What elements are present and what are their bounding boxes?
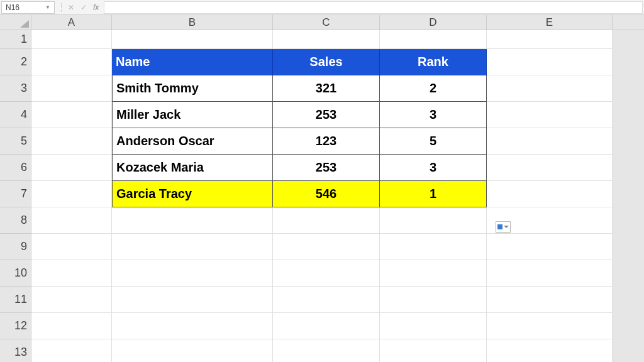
row-header-6[interactable]: 6 <box>0 155 31 181</box>
dropdown-icon[interactable]: ▼ <box>45 4 50 10</box>
cell-C9[interactable] <box>273 234 380 260</box>
cell-E3[interactable] <box>487 75 613 102</box>
table-header-rank[interactable]: Rank <box>380 49 487 75</box>
table-row[interactable]: Smith Tommy <box>112 75 273 102</box>
formula-bar: N16 ▼ ✕ ✓ fx <box>0 0 644 15</box>
cell-B10[interactable] <box>112 260 273 287</box>
name-box[interactable]: N16 ▼ <box>1 1 55 14</box>
col-header-C[interactable]: C <box>273 15 380 30</box>
cell-C13[interactable] <box>273 339 380 362</box>
col-header-B[interactable]: B <box>112 15 273 30</box>
cell-E9[interactable] <box>487 234 613 260</box>
cell-A11[interactable] <box>31 287 112 313</box>
cell-A2[interactable] <box>31 49 112 75</box>
col-header-E[interactable]: E <box>487 15 613 30</box>
table-header-sales[interactable]: Sales <box>273 49 380 75</box>
cell-B8[interactable] <box>112 207 273 234</box>
formula-bar-buttons: ✕ ✓ fx <box>56 3 104 12</box>
column-headers: A B C D E <box>0 15 644 30</box>
cell-B1[interactable] <box>112 30 273 49</box>
cell-E2[interactable] <box>487 49 613 75</box>
cell-E11[interactable] <box>487 287 613 313</box>
table-row[interactable]: 3 <box>380 102 487 128</box>
table-row[interactable]: Anderson Oscar <box>112 128 273 155</box>
cell-B11[interactable] <box>112 287 273 313</box>
cell-E6[interactable] <box>487 155 613 181</box>
row-header-1[interactable]: 1 <box>0 30 31 49</box>
row-header-7[interactable]: 7 <box>0 181 31 207</box>
cell-D12[interactable] <box>380 313 487 339</box>
row-header-9[interactable]: 9 <box>0 234 31 260</box>
table-row[interactable]: 321 <box>273 75 380 102</box>
table-row[interactable]: Kozacek Maria <box>112 155 273 181</box>
cell-A6[interactable] <box>31 155 112 181</box>
cell-A12[interactable] <box>31 313 112 339</box>
cell-E1[interactable] <box>487 30 613 49</box>
cell-A8[interactable] <box>31 207 112 234</box>
table-row[interactable]: Miller Jack <box>112 102 273 128</box>
row-headers: 1 2 3 4 5 6 7 8 9 10 11 12 13 <box>0 30 31 362</box>
table-row[interactable]: 5 <box>380 128 487 155</box>
table-row[interactable]: 123 <box>273 128 380 155</box>
cell-E5[interactable] <box>487 128 613 155</box>
cell-A9[interactable] <box>31 234 112 260</box>
spreadsheet-grid[interactable]: A B C D E 1 2 3 4 5 6 7 8 9 10 11 12 13 <box>0 15 644 362</box>
table-row[interactable]: 253 <box>273 102 380 128</box>
cancel-icon[interactable]: ✕ <box>68 3 74 12</box>
table-row[interactable]: 2 <box>380 75 487 102</box>
insert-function-icon[interactable]: fx <box>93 3 99 12</box>
row-header-12[interactable]: 12 <box>0 313 31 339</box>
cell-A7[interactable] <box>31 181 112 207</box>
cell-A3[interactable] <box>31 75 112 102</box>
autofill-icon <box>497 224 502 229</box>
cells-area[interactable]: Name Sales Rank Smith Tommy 321 2 Miller… <box>31 30 644 362</box>
cell-B13[interactable] <box>112 339 273 362</box>
cell-C8[interactable] <box>273 207 380 234</box>
cell-E12[interactable] <box>487 313 613 339</box>
row-header-5[interactable]: 5 <box>0 128 31 155</box>
table-header-name[interactable]: Name <box>112 49 273 75</box>
cell-E7[interactable] <box>487 181 613 207</box>
col-header-D[interactable]: D <box>380 15 487 30</box>
cell-C11[interactable] <box>273 287 380 313</box>
table-row[interactable]: 3 <box>380 155 487 181</box>
cell-C1[interactable] <box>273 30 380 49</box>
row-header-3[interactable]: 3 <box>0 75 31 102</box>
col-header-A[interactable]: A <box>31 15 112 30</box>
enter-icon[interactable]: ✓ <box>80 3 87 12</box>
row-header-2[interactable]: 2 <box>0 49 31 75</box>
table-row[interactable]: 253 <box>273 155 380 181</box>
cell-D1[interactable] <box>380 30 487 49</box>
cell-D11[interactable] <box>380 287 487 313</box>
chevron-down-icon <box>504 226 509 228</box>
cell-A4[interactable] <box>31 102 112 128</box>
cell-A10[interactable] <box>31 260 112 287</box>
cell-C10[interactable] <box>273 260 380 287</box>
cell-A13[interactable] <box>31 339 112 362</box>
row-header-4[interactable]: 4 <box>0 102 31 128</box>
formula-input[interactable] <box>104 1 643 14</box>
table-row[interactable]: 1 <box>380 181 487 207</box>
row-header-8[interactable]: 8 <box>0 207 31 234</box>
table-row[interactable]: 546 <box>273 181 380 207</box>
row-header-11[interactable]: 11 <box>0 287 31 313</box>
table-row[interactable]: Garcia Tracy <box>112 181 273 207</box>
row-header-13[interactable]: 13 <box>0 339 31 362</box>
cell-B9[interactable] <box>112 234 273 260</box>
name-box-value: N16 <box>6 3 19 12</box>
row-header-10[interactable]: 10 <box>0 260 31 287</box>
cell-D10[interactable] <box>380 260 487 287</box>
cell-D9[interactable] <box>380 234 487 260</box>
cell-E13[interactable] <box>487 339 613 362</box>
cell-C12[interactable] <box>273 313 380 339</box>
select-all-triangle[interactable] <box>0 15 31 30</box>
cell-A1[interactable] <box>31 30 112 49</box>
cell-D8[interactable] <box>380 207 487 234</box>
cell-A5[interactable] <box>31 128 112 155</box>
cell-E10[interactable] <box>487 260 613 287</box>
autofill-options-button[interactable] <box>496 221 511 233</box>
cell-B12[interactable] <box>112 313 273 339</box>
cell-E4[interactable] <box>487 102 613 128</box>
cell-D13[interactable] <box>380 339 487 362</box>
